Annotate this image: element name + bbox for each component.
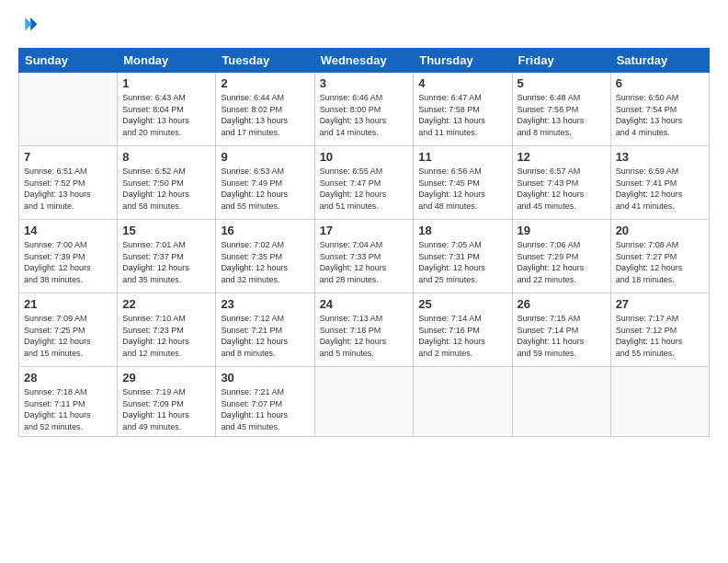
- day-number: 28: [24, 371, 112, 385]
- day-number: 10: [320, 150, 409, 164]
- calendar-cell: 12Sunrise: 6:57 AM Sunset: 7:43 PM Dayli…: [512, 146, 610, 220]
- calendar-cell: 22Sunrise: 7:10 AM Sunset: 7:23 PM Dayli…: [118, 293, 216, 367]
- day-number: 3: [320, 76, 409, 90]
- day-info: Sunrise: 7:12 AM Sunset: 7:21 PM Dayligh…: [221, 313, 309, 359]
- calendar-cell: 20Sunrise: 7:08 AM Sunset: 7:27 PM Dayli…: [610, 220, 709, 293]
- day-number: 7: [24, 150, 112, 164]
- calendar-cell: 5Sunrise: 6:48 AM Sunset: 7:56 PM Daylig…: [512, 73, 610, 146]
- day-header-wednesday: Wednesday: [314, 49, 414, 73]
- day-info: Sunrise: 7:21 AM Sunset: 7:07 PM Dayligh…: [221, 386, 309, 432]
- day-info: Sunrise: 7:14 AM Sunset: 7:16 PM Dayligh…: [418, 313, 506, 359]
- day-number: 22: [122, 297, 210, 311]
- calendar-cell: [414, 367, 512, 437]
- calendar-cell: [512, 367, 610, 437]
- calendar-cell: 4Sunrise: 6:47 AM Sunset: 7:58 PM Daylig…: [414, 73, 512, 146]
- calendar-cell: 30Sunrise: 7:21 AM Sunset: 7:07 PM Dayli…: [216, 367, 314, 437]
- calendar-cell: 21Sunrise: 7:09 AM Sunset: 7:25 PM Dayli…: [19, 293, 118, 367]
- calendar-table: SundayMondayTuesdayWednesdayThursdayFrid…: [18, 48, 710, 437]
- day-info: Sunrise: 6:43 AM Sunset: 8:04 PM Dayligh…: [122, 92, 210, 138]
- day-info: Sunrise: 7:00 AM Sunset: 7:39 PM Dayligh…: [24, 239, 112, 285]
- day-header-monday: Monday: [118, 49, 216, 73]
- day-info: Sunrise: 7:10 AM Sunset: 7:23 PM Dayligh…: [122, 313, 210, 359]
- day-header-thursday: Thursday: [414, 49, 512, 73]
- day-header-friday: Friday: [512, 49, 610, 73]
- day-number: 4: [418, 76, 506, 90]
- day-number: 6: [616, 76, 704, 90]
- day-number: 5: [518, 76, 606, 90]
- day-info: Sunrise: 6:53 AM Sunset: 7:49 PM Dayligh…: [221, 166, 309, 212]
- page: SundayMondayTuesdayWednesdayThursdayFrid…: [0, 0, 728, 563]
- day-info: Sunrise: 7:13 AM Sunset: 7:18 PM Dayligh…: [320, 313, 409, 359]
- day-info: Sunrise: 6:59 AM Sunset: 7:41 PM Dayligh…: [616, 166, 704, 212]
- day-info: Sunrise: 7:04 AM Sunset: 7:33 PM Dayligh…: [320, 239, 409, 285]
- day-number: 17: [320, 224, 409, 237]
- day-info: Sunrise: 6:55 AM Sunset: 7:47 PM Dayligh…: [320, 166, 409, 212]
- day-info: Sunrise: 6:57 AM Sunset: 7:43 PM Dayligh…: [518, 166, 606, 212]
- day-number: 25: [418, 297, 506, 311]
- calendar-cell: 18Sunrise: 7:05 AM Sunset: 7:31 PM Dayli…: [414, 220, 512, 293]
- day-info: Sunrise: 7:06 AM Sunset: 7:29 PM Dayligh…: [518, 239, 606, 285]
- calendar-cell: 25Sunrise: 7:14 AM Sunset: 7:16 PM Dayli…: [414, 293, 512, 367]
- calendar-cell: 17Sunrise: 7:04 AM Sunset: 7:33 PM Dayli…: [314, 220, 414, 293]
- calendar-week-row: 21Sunrise: 7:09 AM Sunset: 7:25 PM Dayli…: [19, 293, 710, 367]
- day-number: 13: [616, 150, 704, 164]
- calendar-cell: [314, 367, 414, 437]
- calendar-cell: 1Sunrise: 6:43 AM Sunset: 8:04 PM Daylig…: [118, 73, 216, 146]
- day-header-saturday: Saturday: [610, 49, 709, 73]
- calendar-cell: 10Sunrise: 6:55 AM Sunset: 7:47 PM Dayli…: [314, 146, 414, 220]
- day-info: Sunrise: 7:15 AM Sunset: 7:14 PM Dayligh…: [518, 313, 606, 359]
- calendar-cell: 8Sunrise: 6:52 AM Sunset: 7:50 PM Daylig…: [118, 146, 216, 220]
- day-number: 1: [122, 76, 210, 90]
- day-info: Sunrise: 6:56 AM Sunset: 7:45 PM Dayligh…: [418, 166, 506, 212]
- calendar-cell: 27Sunrise: 7:17 AM Sunset: 7:12 PM Dayli…: [610, 293, 709, 367]
- calendar-cell: 15Sunrise: 7:01 AM Sunset: 7:37 PM Dayli…: [118, 220, 216, 293]
- day-info: Sunrise: 7:18 AM Sunset: 7:11 PM Dayligh…: [24, 386, 112, 432]
- calendar-cell: 19Sunrise: 7:06 AM Sunset: 7:29 PM Dayli…: [512, 220, 610, 293]
- calendar-cell: 29Sunrise: 7:19 AM Sunset: 7:09 PM Dayli…: [118, 367, 216, 437]
- calendar-cell: 23Sunrise: 7:12 AM Sunset: 7:21 PM Dayli…: [216, 293, 314, 367]
- calendar-week-row: 28Sunrise: 7:18 AM Sunset: 7:11 PM Dayli…: [19, 367, 710, 437]
- day-number: 29: [122, 371, 210, 385]
- day-number: 15: [122, 224, 210, 237]
- calendar-cell: 2Sunrise: 6:44 AM Sunset: 8:02 PM Daylig…: [216, 73, 314, 146]
- calendar-cell: [19, 73, 118, 146]
- day-number: 24: [320, 297, 409, 311]
- day-number: 26: [518, 297, 606, 311]
- day-info: Sunrise: 6:48 AM Sunset: 7:56 PM Dayligh…: [518, 92, 606, 138]
- calendar-week-row: 7Sunrise: 6:51 AM Sunset: 7:52 PM Daylig…: [19, 146, 710, 220]
- day-info: Sunrise: 7:08 AM Sunset: 7:27 PM Dayligh…: [616, 239, 704, 285]
- day-info: Sunrise: 6:52 AM Sunset: 7:50 PM Dayligh…: [122, 166, 210, 212]
- calendar-cell: 14Sunrise: 7:00 AM Sunset: 7:39 PM Dayli…: [19, 220, 118, 293]
- calendar-cell: 13Sunrise: 6:59 AM Sunset: 7:41 PM Dayli…: [610, 146, 709, 220]
- calendar-cell: 24Sunrise: 7:13 AM Sunset: 7:18 PM Dayli…: [314, 293, 414, 367]
- day-number: 9: [221, 150, 309, 164]
- day-number: 12: [518, 150, 606, 164]
- day-header-tuesday: Tuesday: [216, 49, 314, 73]
- calendar-header-row: SundayMondayTuesdayWednesdayThursdayFrid…: [19, 49, 710, 73]
- day-info: Sunrise: 7:09 AM Sunset: 7:25 PM Dayligh…: [24, 313, 112, 359]
- day-info: Sunrise: 6:46 AM Sunset: 8:00 PM Dayligh…: [320, 92, 409, 138]
- day-number: 27: [616, 297, 704, 311]
- calendar-cell: 9Sunrise: 6:53 AM Sunset: 7:49 PM Daylig…: [216, 146, 314, 220]
- logo-icon: [18, 15, 39, 35]
- day-number: 23: [221, 297, 309, 311]
- calendar-week-row: 14Sunrise: 7:00 AM Sunset: 7:39 PM Dayli…: [19, 220, 710, 293]
- day-number: 19: [518, 224, 606, 237]
- day-number: 11: [418, 150, 506, 164]
- day-number: 21: [24, 297, 112, 311]
- day-number: 14: [24, 224, 112, 237]
- calendar-cell: 16Sunrise: 7:02 AM Sunset: 7:35 PM Dayli…: [216, 220, 314, 293]
- day-info: Sunrise: 7:17 AM Sunset: 7:12 PM Dayligh…: [616, 313, 704, 359]
- day-info: Sunrise: 7:05 AM Sunset: 7:31 PM Dayligh…: [418, 239, 506, 285]
- day-info: Sunrise: 6:47 AM Sunset: 7:58 PM Dayligh…: [418, 92, 506, 138]
- calendar-cell: 3Sunrise: 6:46 AM Sunset: 8:00 PM Daylig…: [314, 73, 414, 146]
- day-number: 30: [221, 371, 309, 385]
- calendar-week-row: 1Sunrise: 6:43 AM Sunset: 8:04 PM Daylig…: [19, 73, 710, 146]
- day-info: Sunrise: 6:50 AM Sunset: 7:54 PM Dayligh…: [616, 92, 704, 138]
- calendar-cell: 11Sunrise: 6:56 AM Sunset: 7:45 PM Dayli…: [414, 146, 512, 220]
- calendar-cell: [610, 367, 709, 437]
- calendar-cell: 7Sunrise: 6:51 AM Sunset: 7:52 PM Daylig…: [19, 146, 118, 220]
- day-number: 20: [616, 224, 704, 237]
- day-info: Sunrise: 6:51 AM Sunset: 7:52 PM Dayligh…: [24, 166, 112, 212]
- day-info: Sunrise: 7:02 AM Sunset: 7:35 PM Dayligh…: [221, 239, 309, 285]
